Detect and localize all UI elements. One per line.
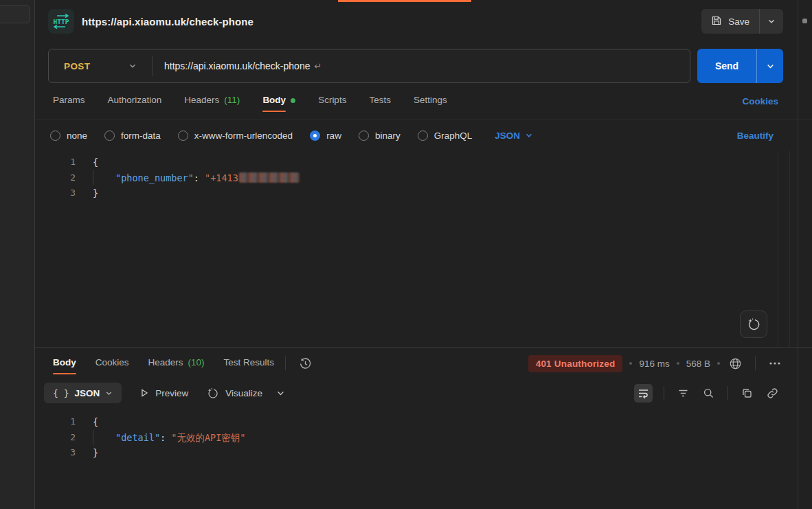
json-key: "detail" <box>115 432 160 443</box>
preview-button[interactable]: Preview <box>139 388 188 398</box>
response-tab-headers[interactable]: Headers (10) <box>148 353 205 374</box>
method-selector[interactable]: POST <box>49 61 152 71</box>
send-button-group: Send <box>697 49 783 83</box>
response-headers-count: (10) <box>188 353 205 374</box>
json-value: "无效的API密钥" <box>171 432 245 443</box>
postbot-sparkle-icon <box>746 317 761 332</box>
response-tab-body[interactable]: Body <box>53 353 76 374</box>
redacted-phone-number <box>239 172 300 183</box>
chevron-down-icon <box>525 131 533 139</box>
tab-params[interactable]: Params <box>53 91 85 112</box>
tab-authorization[interactable]: Authorization <box>108 91 162 112</box>
active-request-tab-indicator <box>338 0 471 2</box>
code-line: 3 } <box>35 185 812 201</box>
line-number: 2 <box>35 430 76 446</box>
response-tab-test-results[interactable]: Test Results <box>224 353 275 374</box>
url-value: https://api.xiaomu.uk/check-phone <box>164 60 310 71</box>
response-toolbar: { } JSON Preview <box>35 379 812 407</box>
body-modified-dot <box>291 98 295 103</box>
copy-icon[interactable] <box>739 385 755 401</box>
code-line: 3 } <box>35 445 812 461</box>
status-badge: 401 Unauthorized <box>528 355 623 372</box>
body-type-row: none form-data x-www-form-urlencoded raw… <box>35 120 812 150</box>
radio-selected-icon <box>310 131 320 141</box>
visualize-options-chevron[interactable] <box>276 389 285 398</box>
editor-scrollbar-track[interactable] <box>789 150 790 347</box>
body-type-graphql[interactable]: GraphQL <box>418 131 473 141</box>
divider <box>664 386 664 400</box>
request-body-editor[interactable]: 1 { 2 "phone_number": "+1413 3 } <box>35 150 812 347</box>
radio-icon <box>104 131 115 141</box>
postbot-button[interactable] <box>740 310 767 338</box>
request-title: https://api.xiaomu.uk/check-phone <box>82 16 253 27</box>
body-type-binary[interactable]: binary <box>359 131 401 141</box>
code-line: 2 "phone_number": "+1413 <box>35 170 812 186</box>
response-tabs: Body Cookies Headers (10) Test Results <box>53 353 274 374</box>
search-icon[interactable] <box>701 385 717 401</box>
response-size: 568 B <box>686 359 710 369</box>
braces-icon: { } <box>53 388 69 398</box>
save-options-button[interactable] <box>760 17 783 25</box>
sidebar-collapsed-tab[interactable] <box>0 5 30 23</box>
beautify-link[interactable]: Beautify <box>737 131 774 141</box>
line-number: 3 <box>35 185 76 201</box>
response-toolbar-icons <box>634 384 780 403</box>
chevron-down-icon <box>105 389 113 397</box>
http-request-icon: HTTP <box>48 9 74 34</box>
url-input[interactable]: https://api.xiaomu.uk/check-phone↵ <box>164 60 322 71</box>
body-type-raw[interactable]: raw <box>310 131 341 141</box>
right-rail-partial-icon[interactable] <box>802 19 807 23</box>
visualize-button[interactable]: Visualize <box>206 387 262 400</box>
filter-icon[interactable] <box>675 385 691 401</box>
response-history-icon[interactable] <box>297 355 314 372</box>
visualize-sparkle-icon <box>206 387 219 400</box>
body-type-urlencoded[interactable]: x-www-form-urlencoded <box>178 131 293 141</box>
radio-icon <box>359 131 369 141</box>
divider <box>285 357 286 370</box>
save-icon <box>711 15 722 28</box>
tab-settings[interactable]: Settings <box>414 91 447 112</box>
chevron-down-icon <box>276 389 285 398</box>
save-button[interactable]: Save <box>701 15 759 28</box>
body-type-form-data[interactable]: form-data <box>104 131 161 141</box>
main-panel: HTTP https://api.xiaomu.uk/check-phone S… <box>35 0 812 509</box>
svg-text:HTTP: HTTP <box>54 18 69 25</box>
dot-separator <box>629 362 632 365</box>
app-window: HTTP https://api.xiaomu.uk/check-phone S… <box>0 0 812 509</box>
divider <box>755 357 756 370</box>
response-time: 916 ms <box>639 359 669 369</box>
left-sidebar <box>0 0 35 509</box>
chevron-down-icon <box>128 62 137 70</box>
save-button-group: Save <box>701 9 783 34</box>
dot-separator <box>677 362 679 365</box>
json-value: "+1413 <box>205 172 238 183</box>
send-options-button[interactable] <box>757 49 783 83</box>
wrap-text-icon[interactable] <box>634 384 653 403</box>
response-panel: Body Cookies Headers (10) Test Results <box>35 347 812 509</box>
response-body-editor[interactable]: 1 { 2 "detail": "无效的API密钥" 3 } <box>35 407 812 509</box>
url-container: POST https://api.xiaomu.uk/check-phone↵ <box>48 49 690 83</box>
headers-count: (11) <box>224 91 240 112</box>
line-number: 1 <box>35 155 76 170</box>
return-glyph: ↵ <box>314 61 322 71</box>
tab-body[interactable]: Body <box>262 91 295 112</box>
response-format-selector[interactable]: { } JSON <box>44 383 122 403</box>
response-tab-cookies[interactable]: Cookies <box>95 353 129 374</box>
request-tabs: Params Authorization Headers (11) Body S… <box>35 83 812 120</box>
request-url-row: POST https://api.xiaomu.uk/check-phone↵ … <box>48 49 783 83</box>
save-button-label: Save <box>728 16 749 27</box>
link-icon[interactable] <box>765 385 780 401</box>
send-button[interactable]: Send <box>697 49 756 83</box>
tab-tests[interactable]: Tests <box>369 91 391 112</box>
response-meta: 401 Unauthorized 916 ms 568 B <box>528 355 783 372</box>
language-selector[interactable]: JSON <box>495 131 533 141</box>
body-type-none[interactable]: none <box>50 131 87 141</box>
editor-right-edge <box>778 150 778 347</box>
more-options-icon[interactable] <box>767 359 783 367</box>
tab-headers[interactable]: Headers (11) <box>184 91 240 112</box>
divider <box>728 386 728 400</box>
tab-scripts[interactable]: Scripts <box>318 91 346 112</box>
network-globe-icon[interactable] <box>727 355 744 372</box>
line-number: 2 <box>35 170 76 186</box>
cookies-link[interactable]: Cookies <box>742 96 778 106</box>
